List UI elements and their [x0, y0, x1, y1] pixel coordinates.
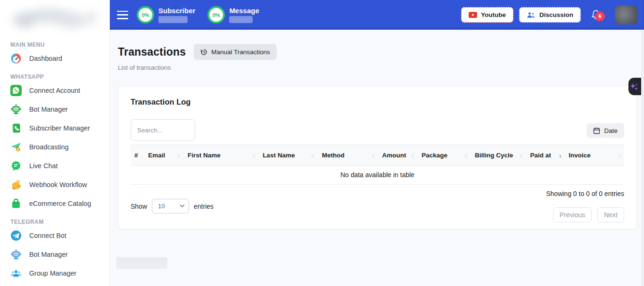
sort-icon: ↑↓ — [519, 153, 522, 158]
sidebar-item-dashboard[interactable]: Dashboard — [0, 50, 109, 67]
sort-icon: ↑↓ — [411, 153, 414, 158]
sidebar-item-subscriber-manager[interactable]: Subscriber Manager — [0, 120, 109, 137]
message-progress-ring: 0% — [207, 6, 225, 24]
card-title: Transaction Log — [131, 98, 624, 106]
youtube-icon — [469, 12, 477, 18]
sidebar-section-main-menu: MAIN MENU — [10, 41, 109, 48]
youtube-button[interactable]: Youtube — [461, 7, 513, 23]
column-header-paid-at[interactable]: Paid at↑↓ — [526, 145, 564, 166]
sidebar-item-group-manager[interactable]: Group Manager — [0, 265, 109, 282]
footer-text-redacted — [116, 257, 167, 269]
show-label: Show — [131, 203, 147, 210]
search-input[interactable] — [131, 119, 195, 141]
paper-plane-icon: 1 — [10, 141, 22, 153]
message-stat: 0% Message — [207, 6, 259, 24]
column-header-method[interactable]: Method↑↓ — [317, 145, 378, 166]
chat-bubble-icon — [10, 160, 22, 172]
page-content: Transactions Manual Transactions List of… — [110, 30, 644, 286]
sparkles-icon — [629, 81, 640, 92]
main-area: 0% Subscriber 0% Message Youtube — [110, 0, 644, 286]
contacts-book-icon — [10, 123, 22, 134]
sidebar-item-webhook-workflow[interactable]: Webhook Workflow — [0, 176, 109, 193]
table-header-row: # Email↑↓ First Name↑↓ Last Name↑↓ Metho… — [131, 145, 624, 166]
sidebar-item-broadcasting[interactable]: 1 Broadcasting — [0, 139, 109, 155]
page-size-select[interactable]: 10 — [152, 199, 189, 213]
sort-icon: ↑↓ — [618, 153, 621, 158]
subscriber-stat-value-redacted — [158, 16, 188, 23]
message-stat-value-redacted — [229, 16, 253, 23]
column-header-first-name[interactable]: First Name↑↓ — [183, 145, 258, 166]
robot-icon — [10, 249, 22, 260]
transactions-table: # Email↑↓ First Name↑↓ Last Name↑↓ Metho… — [131, 145, 624, 185]
user-avatar[interactable] — [615, 6, 637, 25]
column-header-email[interactable]: Email↑↓ — [143, 145, 183, 166]
app-window: MAIN MENU Dashboard WHATSAPP — [0, 0, 644, 286]
sidebar-item-live-chat[interactable]: Live Chat — [0, 157, 109, 174]
sort-icon: ↑↓ — [176, 153, 180, 158]
subscriber-progress-ring: 0% — [137, 6, 154, 24]
transaction-log-card: Transaction Log Date — [118, 86, 637, 229]
entries-label: entries — [194, 203, 214, 210]
sort-icon-active-desc: ↑↓ — [558, 153, 561, 158]
empty-table-row: No data available in table — [131, 166, 624, 185]
sidebar-item-label: Connect Bot — [29, 232, 66, 239]
column-header-index: # — [131, 145, 143, 166]
whatsapp-icon — [10, 85, 22, 96]
sidebar-section-whatsapp: WHATSAPP — [10, 74, 109, 80]
next-page-button[interactable]: Next — [597, 207, 624, 222]
page-subtitle: List of transactions — [118, 64, 637, 71]
pagination-summary: Showing 0 to 0 of 0 entries — [546, 190, 624, 197]
topbar: 0% Subscriber 0% Message Youtube — [110, 0, 644, 30]
previous-page-button[interactable]: Previous — [553, 207, 592, 222]
sidebar-section-telegram: TELEGRAM — [10, 219, 109, 225]
vertical-scrollbar[interactable] — [641, 30, 644, 286]
shopping-bag-icon — [10, 198, 22, 209]
sidebar-item-connect-bot[interactable]: Connect Bot — [0, 227, 109, 244]
discussion-button[interactable]: Discussion — [519, 7, 581, 23]
sidebar: MAIN MENU Dashboard WHATSAPP — [0, 0, 110, 286]
svg-text:1: 1 — [17, 147, 19, 151]
manual-transactions-button[interactable]: Manual Transactions — [194, 44, 277, 60]
sidebar-item-label: Live Chat — [29, 162, 58, 170]
column-header-billing-cycle[interactable]: Billing Cycle↑↓ — [470, 145, 525, 166]
column-header-invoice[interactable]: Invoice↑↓ — [564, 145, 624, 166]
sidebar-item-wa-bot-manager[interactable]: Bot Manager — [0, 101, 109, 118]
puzzle-icon — [10, 179, 22, 190]
date-filter-button[interactable]: Date — [586, 123, 624, 138]
sidebar-item-label: Broadcasting — [29, 143, 68, 151]
sidebar-item-label: Bot Manager — [29, 106, 68, 113]
sort-icon: ↑↓ — [371, 153, 374, 158]
users-group-icon — [10, 268, 22, 279]
column-header-amount[interactable]: Amount↑↓ — [377, 145, 417, 166]
discussion-people-icon — [527, 12, 536, 18]
message-stat-label: Message — [229, 7, 259, 14]
sidebar-item-label: Connect Account — [29, 87, 80, 94]
sidebar-item-label: Webhook Workflow — [29, 181, 87, 188]
sidebar-item-connect-account[interactable]: Connect Account — [0, 82, 109, 99]
telegram-icon — [10, 230, 22, 241]
empty-table-message: No data available in table — [131, 166, 624, 185]
sidebar-item-tg-bot-manager[interactable]: Bot Manager — [0, 246, 109, 263]
app-logo[interactable] — [3, 3, 104, 35]
sort-icon: ↑↓ — [252, 153, 255, 158]
sidebar-item-label: Group Manager — [29, 270, 76, 277]
subscriber-stat: 0% Subscriber — [137, 6, 195, 24]
history-icon — [200, 49, 207, 56]
calendar-icon — [593, 127, 600, 134]
sidebar-item-label: Bot Manager — [29, 251, 68, 258]
subscriber-stat-label: Subscriber — [158, 7, 195, 14]
sidebar-item-ecommerce-catalog[interactable]: eCommerce Catalog — [0, 195, 109, 212]
ai-assistant-button[interactable] — [628, 78, 641, 95]
sidebar-item-label: eCommerce Catalog — [29, 200, 91, 207]
column-header-package[interactable]: Package↑↓ — [417, 145, 470, 166]
notification-count-badge: 6 — [595, 11, 605, 21]
sort-icon: ↑↓ — [311, 153, 314, 158]
sidebar-item-label: Dashboard — [29, 55, 62, 62]
sort-icon: ↑↓ — [464, 153, 467, 158]
notifications-bell-icon[interactable]: 6 — [590, 9, 603, 21]
robot-icon — [10, 104, 22, 115]
page-title: Transactions — [118, 46, 186, 58]
hamburger-menu-icon[interactable] — [117, 11, 128, 19]
dashboard-gauge-icon — [10, 53, 22, 64]
column-header-last-name[interactable]: Last Name↑↓ — [258, 145, 317, 166]
